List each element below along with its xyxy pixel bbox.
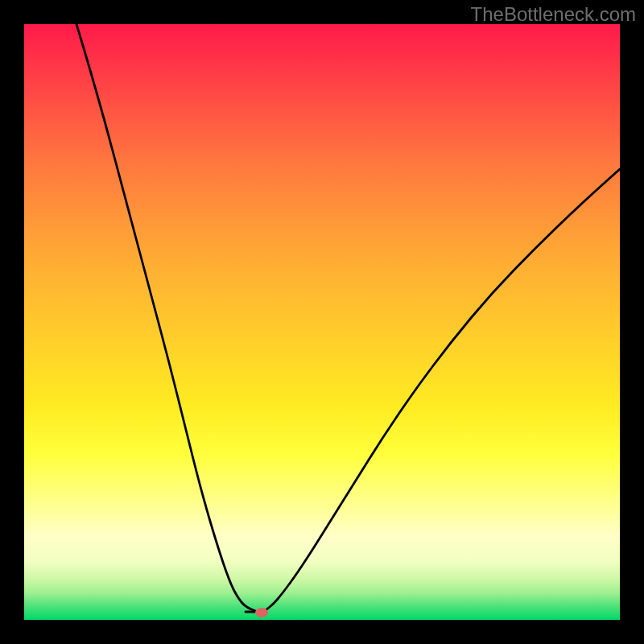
bottleneck-curve-right [266,169,620,610]
watermark-text: TheBottleneck.com [471,3,636,26]
plot-area [24,24,620,620]
optimum-point-marker [255,608,268,617]
curve-layer [24,24,620,620]
bottleneck-curve-left [76,24,258,612]
